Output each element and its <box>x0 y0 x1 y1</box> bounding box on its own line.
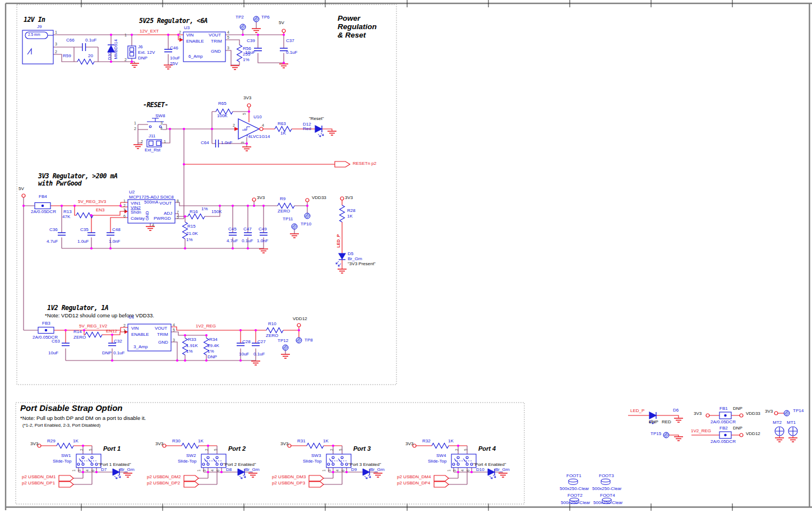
r14-val: ZERO <box>73 335 86 340</box>
port3-pin-5: 5 <box>339 449 343 451</box>
port4-d: D10 <box>476 468 485 472</box>
r33-ref: R33 <box>188 338 196 342</box>
net-led-p: LED_P <box>336 234 341 248</box>
tp6-ref: TP6 <box>261 15 270 20</box>
j6-ref: J6 <box>138 45 142 49</box>
title-3v3b: with PwrGood <box>38 181 81 187</box>
c64-cap-icon <box>216 140 219 147</box>
port3-pull: 1K <box>323 439 329 443</box>
r65-ref: R65 <box>218 101 227 106</box>
port2-pin-3: 3 <box>203 469 207 472</box>
net-1v2reg-b: 1V2_REG <box>691 429 711 433</box>
net-vdd12-b: VDD12 <box>746 432 760 436</box>
port4-pin-4: 4 <box>461 469 465 472</box>
r14-ref: R14 <box>73 330 82 334</box>
j9-size: 2.5 mm <box>28 33 40 37</box>
u3-ref: U3 <box>184 26 190 30</box>
testpoints <box>240 16 790 438</box>
j11-pin1: 1 <box>164 140 166 144</box>
r10-ref: R10 <box>268 322 276 326</box>
u3-vin: VIN <box>186 33 193 38</box>
port1-pin-5: 5 <box>89 449 93 451</box>
port3-title: Port 3 <box>353 446 371 452</box>
u3-pin1: 1 <box>179 35 181 39</box>
c27-val: 0.1uF <box>253 352 265 357</box>
u3-amp: 6_Amp <box>188 54 202 59</box>
enable-arrow-icons <box>124 38 239 334</box>
r16-ref: R16 <box>190 210 198 214</box>
port1-pin-4: 4 <box>86 469 90 472</box>
fb2-ferrite-icon <box>719 432 731 438</box>
r10-val: ZERO <box>266 334 278 338</box>
foot2-val: 500x250-Clear <box>561 501 590 505</box>
net-ports <box>22 29 778 437</box>
note-1v2: *Note: VDD12 should come up before VDD33… <box>45 313 154 318</box>
schematic-graphics <box>0 0 812 513</box>
u10-val: 74LVC1G14 <box>246 135 270 139</box>
j11-pin2: 2 <box>141 140 143 144</box>
c48-val: 1.0nF <box>109 239 120 244</box>
sw8-pin2: 2 <box>134 127 136 131</box>
u10-ref: U10 <box>253 115 262 119</box>
tp12-ref: TP12 <box>278 339 288 343</box>
fb4-ref: FB4 <box>39 195 47 199</box>
port2-pin-4: 4 <box>211 469 215 472</box>
mt1-mount-icon <box>788 427 797 436</box>
port4-slide: Slide-Top <box>428 459 446 464</box>
port1-pin-6: 6 <box>91 469 95 472</box>
net-5vreg1v2: 5V_REG_1V2 <box>79 324 107 329</box>
fb1-ref: FB1 <box>719 406 728 411</box>
foot4-ref: FOOT4 <box>600 493 615 498</box>
foot1-val: 500x250-Clear <box>560 487 589 491</box>
mt2-ref: MT2 <box>773 420 782 425</box>
sw8-pin3: 3 <box>160 121 163 125</box>
port1-led: Br_Grn <box>120 468 135 472</box>
u1-enable: ENABLE <box>131 332 149 337</box>
r15-val: 21.0K <box>186 232 198 236</box>
j9-pin2: 2 <box>55 50 57 54</box>
port1-pin-1: 1 <box>72 469 76 472</box>
c49-ref: C49 <box>259 227 267 232</box>
j6-pin1: 1 <box>124 33 127 37</box>
r28-val: 1K <box>347 214 353 219</box>
u3-trim: TRIM <box>211 39 222 44</box>
port3-pin-3: 3 <box>328 469 332 472</box>
net-led-p2: LED_P <box>630 409 644 413</box>
port3-net: 3V3 <box>280 442 288 446</box>
u2-pin5: 5 <box>177 215 179 219</box>
port3-slide: Slide-Top <box>303 459 321 464</box>
u1-pin1: 1 <box>123 329 126 332</box>
u1-pin4: 4 <box>173 323 175 327</box>
port3-en: "Port 3 Enabled" <box>348 463 381 467</box>
tp14-ref: TP14 <box>793 409 804 413</box>
u10-pin5: 5 <box>243 113 247 115</box>
u1-pin3: 3 <box>173 338 175 342</box>
u10-pin3: 3 <box>241 141 245 144</box>
u3-enable: ENABLE <box>186 39 204 44</box>
c35-ref: C35 <box>80 228 89 232</box>
sw8-pin1: 1 <box>134 121 136 125</box>
c66-cap-icon <box>82 43 86 51</box>
j11-jumper-icon <box>147 140 162 147</box>
net-5v-b: 5V <box>19 187 24 191</box>
u10-pin2: 2 <box>233 123 235 127</box>
c66-val: 0.1uF <box>85 38 96 43</box>
resetn-flag-icon <box>335 161 350 167</box>
u2-pin3: 3 <box>123 208 126 212</box>
port2-dp: p2 USBDN_DP2 <box>147 481 180 486</box>
c27-ref: C27 <box>257 340 266 344</box>
sheet-border <box>6 0 812 511</box>
port2-res: R30 <box>172 439 181 443</box>
r16-tol: 1% <box>201 207 208 211</box>
r15-tol: 1% <box>186 238 193 242</box>
c36-val: 4.7uF <box>47 239 58 244</box>
port4-pin-5: 5 <box>464 449 468 451</box>
d12-led-icon <box>315 126 324 137</box>
flag-resetn: RESETn p2 <box>353 161 376 166</box>
port4-net: 3V3 <box>405 442 413 446</box>
resistor-symbols <box>76 45 345 355</box>
r9-ref: R9 <box>280 197 285 201</box>
component-symbols <box>22 30 797 438</box>
net-vdd33: VDD33 <box>312 196 326 200</box>
r34-ref: R34 <box>209 338 218 342</box>
